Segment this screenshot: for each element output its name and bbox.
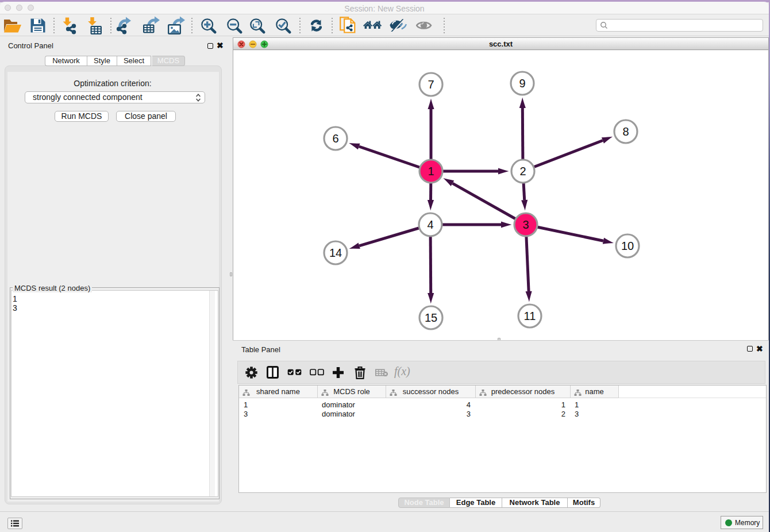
svg-text:9: 9 <box>519 77 525 90</box>
svg-text:6: 6 <box>332 132 338 145</box>
svg-text:1: 1 <box>428 165 434 178</box>
svg-text:4: 4 <box>427 218 433 231</box>
svg-text:7: 7 <box>428 78 434 91</box>
svg-text:10: 10 <box>621 240 634 252</box>
svg-text:14: 14 <box>329 246 342 259</box>
svg-text:11: 11 <box>524 310 536 322</box>
svg-text:2: 2 <box>519 165 526 178</box>
svg-text:3: 3 <box>522 218 529 231</box>
svg-text:8: 8 <box>622 125 629 138</box>
svg-text:15: 15 <box>425 311 437 324</box>
